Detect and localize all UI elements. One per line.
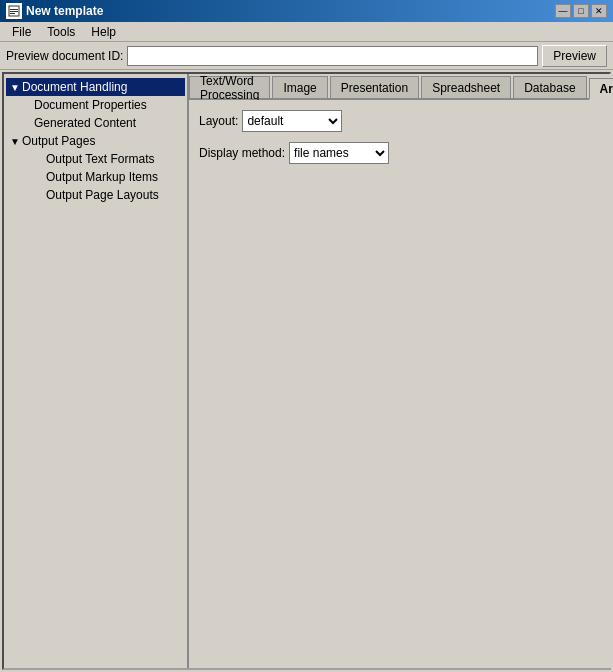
preview-input[interactable] xyxy=(127,46,538,66)
tab-database[interactable]: Database xyxy=(513,76,586,98)
layout-label: Layout: xyxy=(199,114,238,128)
menu-file[interactable]: File xyxy=(4,23,39,41)
layout-row: Layout: default xyxy=(199,110,389,132)
tree-item-generated-content[interactable]: Generated Content xyxy=(6,114,185,132)
preview-label: Preview document ID: xyxy=(6,49,123,63)
tree-panel: ▼ Document Handling Document Properties … xyxy=(4,74,189,668)
layout-select[interactable]: default xyxy=(242,110,342,132)
expand-icon-document-handling: ▼ xyxy=(10,82,20,93)
title-bar: New template — □ ✕ xyxy=(0,0,613,22)
menu-bar: File Tools Help xyxy=(0,22,613,42)
tab-presentation[interactable]: Presentation xyxy=(330,76,419,98)
display-method-label: Display method: xyxy=(199,146,285,160)
window-icon xyxy=(6,3,22,19)
tab-archive[interactable]: Archive xyxy=(589,78,613,100)
tree-item-output-text-formats[interactable]: Output Text Formats xyxy=(6,150,185,168)
tree-item-output-page-layouts[interactable]: Output Page Layouts xyxy=(6,186,185,204)
display-method-row: Display method: file names thumbnails de… xyxy=(199,142,389,164)
content-panel: Text/Word Processing Image Presentation … xyxy=(189,74,613,668)
preview-bar: Preview document ID: Preview xyxy=(0,42,613,70)
menu-tools[interactable]: Tools xyxy=(39,23,83,41)
tabs-bar: Text/Word Processing Image Presentation … xyxy=(189,74,613,100)
svg-rect-1 xyxy=(10,9,18,10)
window-controls: — □ ✕ xyxy=(555,4,607,18)
tab-content-archive: Layout: default Display method: file nam… xyxy=(189,100,613,668)
tab-spreadsheet[interactable]: Spreadsheet xyxy=(421,76,511,98)
tree-item-output-markup-items[interactable]: Output Markup Items xyxy=(6,168,185,186)
minimize-button[interactable]: — xyxy=(555,4,571,18)
tab-image[interactable]: Image xyxy=(272,76,327,98)
preview-button[interactable]: Preview xyxy=(542,45,607,67)
display-method-select[interactable]: file names thumbnails details xyxy=(289,142,389,164)
tab-text-word-processing[interactable]: Text/Word Processing xyxy=(189,76,270,98)
menu-help[interactable]: Help xyxy=(83,23,124,41)
tree-item-document-properties[interactable]: Document Properties xyxy=(6,96,185,114)
expand-icon-output-pages: ▼ xyxy=(10,136,20,147)
svg-rect-2 xyxy=(10,11,18,12)
svg-rect-3 xyxy=(10,13,15,14)
tree-item-output-pages[interactable]: ▼ Output Pages xyxy=(6,132,185,150)
main-area: ▼ Document Handling Document Properties … xyxy=(2,72,611,670)
close-button[interactable]: ✕ xyxy=(591,4,607,18)
tree-item-document-handling[interactable]: ▼ Document Handling xyxy=(6,78,185,96)
window-title: New template xyxy=(26,4,103,18)
maximize-button[interactable]: □ xyxy=(573,4,589,18)
